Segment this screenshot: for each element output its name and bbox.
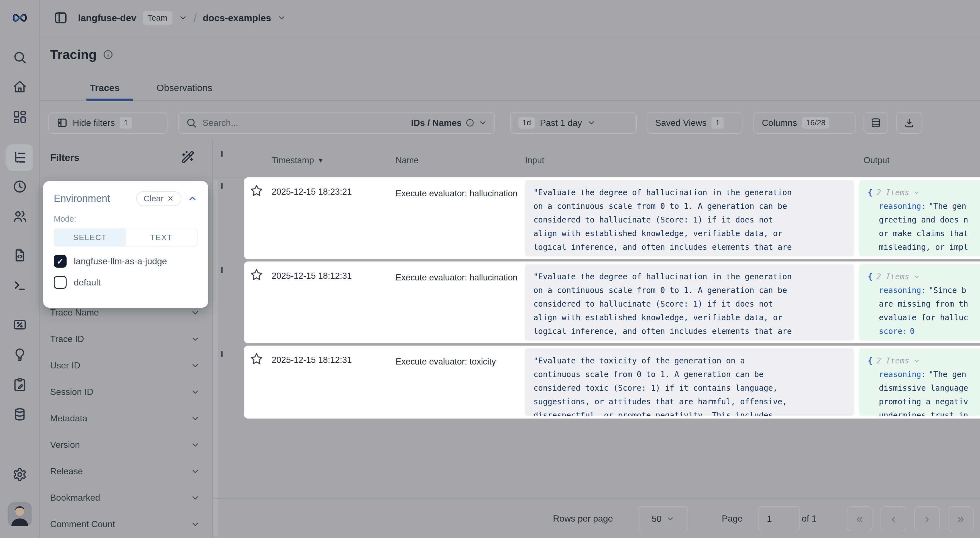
close-icon [167,195,174,202]
trace-timestamp: 2025-12-15 18:12:31 [272,355,352,365]
input-cell[interactable]: "Evaluate the degree of hallucination in… [525,180,854,257]
date-range-button[interactable]: 1d Past 1 day [510,112,637,134]
column-header-input[interactable]: Input [525,156,544,165]
search-mode-info-icon [466,118,474,127]
columns-button[interactable]: Columns 16/28 [754,112,856,134]
chevron-down-icon [191,467,200,476]
prev-page-button[interactable]: ‹ [881,506,906,531]
tab-observations[interactable]: Observations [157,83,212,93]
date-range-shortcut-badge: 1d [519,117,535,129]
tab-traces[interactable]: Traces [90,83,120,93]
filter-item-user-id[interactable]: User ID [40,352,212,379]
select-all-checkbox[interactable] [221,151,223,157]
search-icon[interactable] [0,50,40,65]
columns-count-badge: 16/28 [802,117,829,129]
row-checkbox[interactable] [221,183,223,189]
sessions-clock-icon[interactable] [0,179,40,194]
insights-lightbulb-icon[interactable] [0,348,40,362]
collapse-chevron-up-icon[interactable] [188,194,197,203]
clear-filter-button[interactable]: Clear [136,191,181,206]
checkbox-unchecked[interactable] [54,276,67,289]
bookmark-star-icon[interactable] [250,268,263,281]
table-row[interactable]: 2025-12-15 18:12:31 Execute evaluator: h… [213,262,980,343]
settings-gear-icon[interactable] [0,467,40,482]
row-checkbox[interactable] [221,267,223,273]
json-items-count: 2 Items [877,186,909,199]
org-plan-badge: Team [143,11,172,25]
filter-item-comment-count[interactable]: Comment Count [40,511,212,538]
environment-option: ✓ langfuse-llm-as-a-judge [54,255,197,268]
column-header-timestamp[interactable]: Timestamp ▼ [272,156,324,165]
mode-segmented-control: SELECT TEXT [54,229,197,246]
sidebar-toggle-icon[interactable] [54,11,68,25]
json-collapse-chevron-icon[interactable] [913,357,920,365]
environment-option-label[interactable]: langfuse-llm-as-a-judge [74,256,167,267]
row-height-button[interactable] [864,112,888,134]
mode-select-segment[interactable]: SELECT [54,229,126,246]
search-mode-selector[interactable]: IDs / Names [411,118,487,128]
page-title: Tracing [50,47,97,62]
hide-filters-button[interactable]: Hide filters 1 [48,112,167,134]
table-row[interactable]: 2025-12-15 18:12:31 Execute evaluator: t… [213,346,980,419]
filter-item-trace-id[interactable]: Trace ID [40,326,212,352]
table-row[interactable]: 2025-12-15 18:23:21 Execute evaluator: h… [213,178,980,259]
org-name[interactable]: langfuse-dev [78,13,137,24]
filter-item-release[interactable]: Release [40,458,212,484]
user-avatar[interactable] [8,502,32,526]
column-header-output[interactable]: Output [864,156,889,165]
json-brace: { [868,270,872,284]
json-collapse-chevron-icon[interactable] [913,273,920,281]
langfuse-logo-icon[interactable] [0,11,40,25]
page-count-label: of 1 [802,514,816,524]
trace-timestamp: 2025-12-15 18:23:21 [272,187,352,197]
last-page-button[interactable]: » [948,506,974,531]
next-page-button[interactable]: › [914,506,940,531]
mode-text-segment[interactable]: TEXT [126,229,197,246]
evaluations-icon[interactable] [0,317,40,332]
output-cell[interactable]: { 2 Items reasoning:"The gen dismissive … [859,348,980,416]
annotations-clipboard-pen-icon[interactable] [0,377,40,392]
output-cell[interactable]: { 2 Items reasoning:"Since b are missing… [859,264,980,341]
search-input[interactable] [202,118,406,128]
export-button[interactable] [896,112,922,134]
org-chevron-down-icon[interactable] [178,13,188,22]
table-footer: Rows per page 50 Page of 1 « ‹ › » [213,498,980,538]
column-header-name[interactable]: Name [396,156,419,165]
trace-name: Execute evaluator: hallucination [396,187,524,200]
trace-name: Execute evaluator: toxicity [396,355,524,368]
rows-per-page-select[interactable]: 50 [638,506,688,531]
wand-sparkles-icon[interactable] [181,150,194,164]
bookmark-star-icon[interactable] [250,184,263,197]
page-header: Tracing [50,47,113,62]
input-cell[interactable]: "Evaluate the degree of hallucination in… [525,264,854,341]
json-collapse-chevron-icon[interactable] [913,189,920,196]
saved-views-button[interactable]: Saved Views 1 [647,112,742,134]
project-name[interactable]: docs-examples [203,13,271,24]
dashboards-icon[interactable] [0,110,40,124]
row-card: 2025-12-15 18:12:31 Execute evaluator: t… [244,346,980,419]
row-checkbox[interactable] [221,351,223,357]
users-icon[interactable] [0,209,40,224]
filter-item-version[interactable]: Version [40,432,212,458]
checkbox-checked[interactable]: ✓ [54,255,67,268]
page-info-icon[interactable] [103,49,113,60]
filter-item-bookmarked[interactable]: Bookmarked [40,484,212,511]
datasets-database-icon[interactable] [0,407,40,422]
home-icon[interactable] [0,79,40,94]
project-chevron-down-icon[interactable] [277,13,286,22]
first-page-button[interactable]: « [847,506,872,531]
bookmark-star-icon[interactable] [250,352,263,366]
sidebar [0,0,40,538]
filter-item-session-id[interactable]: Session ID [40,379,212,405]
output-cell[interactable]: { 2 Items reasoning:"The gen greeting an… [859,180,980,257]
langfuse-tracing-page: langfuse-dev Team / docs-examples Tracin… [0,0,980,538]
prompts-file-code-icon[interactable] [0,248,40,263]
tracing-icon[interactable] [0,150,40,165]
playground-terminal-icon[interactable] [0,278,40,292]
search-box: IDs / Names [178,112,495,134]
input-cell[interactable]: "Evaluate the toxicity of the generation… [525,348,854,416]
filter-item-metadata[interactable]: Metadata [40,405,212,432]
page-number-input[interactable] [758,506,800,531]
filter-list: Trace Name Trace ID User ID Session ID M… [40,299,212,538]
environment-option-label[interactable]: default [74,277,100,288]
